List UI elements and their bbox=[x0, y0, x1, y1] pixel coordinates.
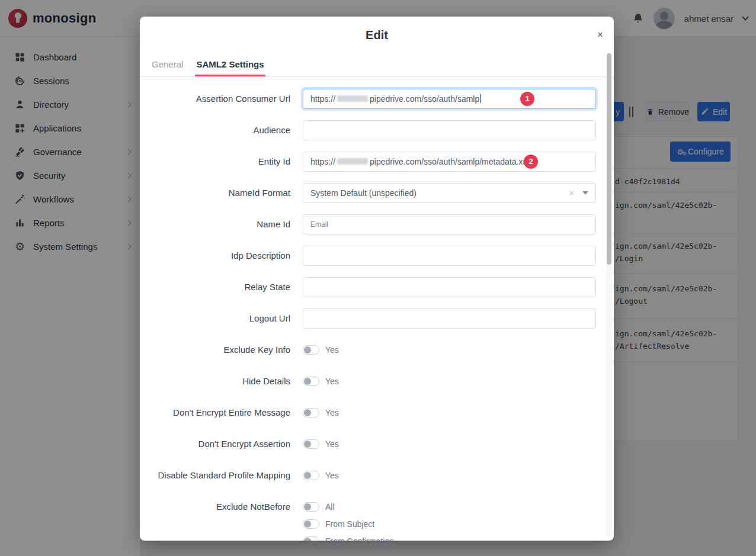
field-label-name-id: Name Id bbox=[140, 219, 290, 229]
relay-state-input[interactable] bbox=[303, 277, 596, 297]
dropdown-caret-icon[interactable] bbox=[582, 191, 588, 195]
selected-option: System Default (unspecified) bbox=[310, 188, 417, 198]
nameid-format-select[interactable]: System Default (unspecified) × bbox=[303, 183, 596, 203]
field-label-entity-id: Entity Id bbox=[140, 156, 290, 166]
field-label-disable-standard-profile-mapping: Disable Standard Profile Mapping bbox=[140, 470, 290, 480]
url-prefix: https:// bbox=[310, 94, 335, 104]
annotation-badge-1: 1 bbox=[520, 92, 534, 106]
modal-scrollbar-track[interactable] bbox=[606, 53, 612, 537]
field-label-relay-state: Relay State bbox=[140, 282, 290, 292]
redacted-subdomain bbox=[337, 158, 368, 165]
exclude-notbefore-from-subject-toggle[interactable] bbox=[303, 519, 319, 529]
field-label-exclude-notbefore: Exclude NotBefore bbox=[140, 491, 290, 515]
close-icon[interactable]: × bbox=[597, 17, 603, 53]
exclude-notbefore-all-toggle[interactable] bbox=[303, 502, 319, 512]
idp-description-input[interactable] bbox=[303, 246, 596, 266]
entity-id-input[interactable]: https://pipedrive.com/sso/auth/samlp/met… bbox=[303, 152, 596, 172]
exclude-notbefore-from-confirmation-toggle[interactable] bbox=[303, 536, 319, 541]
tab-saml2-settings[interactable]: SAML2 Settings bbox=[195, 53, 265, 76]
text-cursor bbox=[480, 94, 480, 103]
url-prefix: https:// bbox=[310, 157, 335, 166]
field-label-hide-details: Hide Details bbox=[140, 376, 290, 386]
disable-standard-profile-mapping-toggle[interactable] bbox=[303, 471, 319, 480]
field-label-dont-encrypt-assertion: Don't Encrypt Assertion bbox=[140, 439, 290, 449]
tab-general[interactable]: General bbox=[150, 53, 184, 76]
exclude-key-info-toggle[interactable] bbox=[303, 345, 319, 355]
url-suffix: pipedrive.com/sso/auth/samlp bbox=[370, 94, 479, 104]
field-label-dont-encrypt-entire-message: Don't Encrypt Entire Message bbox=[140, 407, 290, 417]
modal-tabs: General SAML2 Settings bbox=[140, 53, 614, 77]
redacted-subdomain bbox=[337, 95, 368, 102]
field-label-nameid-format: NameId Format bbox=[140, 188, 290, 198]
logout-url-input[interactable] bbox=[303, 308, 596, 329]
annotation-badge-2: 2 bbox=[524, 155, 538, 169]
edit-modal: Edit × General SAML2 Settings Assertion … bbox=[140, 17, 614, 541]
field-label-audience: Audience bbox=[140, 125, 290, 135]
clear-selection-icon[interactable]: × bbox=[569, 188, 574, 198]
dont-encrypt-assertion-toggle[interactable] bbox=[303, 439, 319, 449]
audience-input[interactable] bbox=[303, 120, 596, 140]
hide-details-toggle[interactable] bbox=[303, 377, 319, 386]
field-label-idp-description: Idp Description bbox=[140, 250, 290, 261]
name-id-input[interactable]: Email bbox=[303, 214, 596, 234]
field-label-assertion-consumer-url: Assertion Consumer Url bbox=[140, 94, 290, 104]
modal-scrollbar-thumb[interactable] bbox=[607, 53, 611, 265]
dont-encrypt-entire-message-toggle[interactable] bbox=[303, 408, 319, 417]
modal-body: Assertion Consumer Url https://pipedrive… bbox=[140, 77, 614, 541]
field-label-logout-url: Logout Url bbox=[140, 313, 290, 323]
modal-title: Edit bbox=[140, 17, 614, 53]
url-suffix: pipedrive.com/sso/auth/samlp/metadata.xm… bbox=[370, 157, 531, 166]
assertion-consumer-url-input[interactable]: https://pipedrive.com/sso/auth/samlp bbox=[303, 89, 596, 109]
field-label-exclude-key-info: Exclude Key Info bbox=[140, 345, 290, 355]
